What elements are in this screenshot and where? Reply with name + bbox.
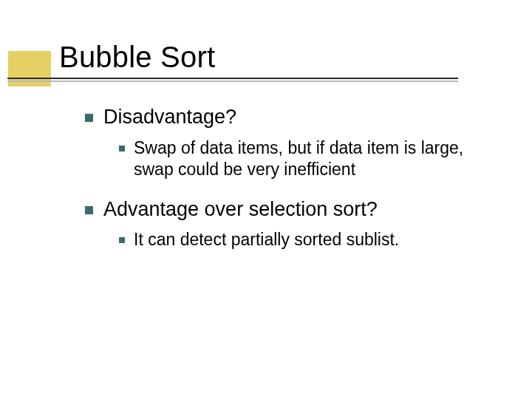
sub-list-item-label: Swap of data items, but if data item is … [134, 137, 496, 181]
square-bullet-icon [85, 206, 93, 214]
slide-body: Disadvantage? Swap of data items, but if… [85, 105, 502, 267]
sub-list: Swap of data items, but if data item is … [119, 137, 502, 181]
slide: Bubble Sort Disadvantage? Swap of data i… [0, 0, 532, 399]
list-item: Disadvantage? Swap of data items, but if… [85, 105, 502, 181]
sub-list: It can detect partially sorted sublist. [119, 229, 502, 250]
title-rule-dark [7, 78, 458, 79]
square-bullet-icon [119, 146, 125, 151]
square-bullet-icon [85, 114, 93, 122]
list-item: Advantage over selection sort? It can de… [85, 197, 502, 251]
title-area: Bubble Sort [59, 41, 502, 82]
title-rule-light [7, 81, 458, 82]
list-item-label: Advantage over selection sort? [103, 197, 378, 222]
square-bullet-icon [119, 237, 125, 243]
slide-title: Bubble Sort [59, 41, 502, 73]
list-item-label: Disadvantage? [103, 105, 236, 130]
sub-list-item: Swap of data items, but if data item is … [119, 137, 502, 181]
sub-list-item: It can detect partially sorted sublist. [119, 229, 502, 250]
sub-list-item-label: It can detect partially sorted sublist. [134, 229, 399, 250]
